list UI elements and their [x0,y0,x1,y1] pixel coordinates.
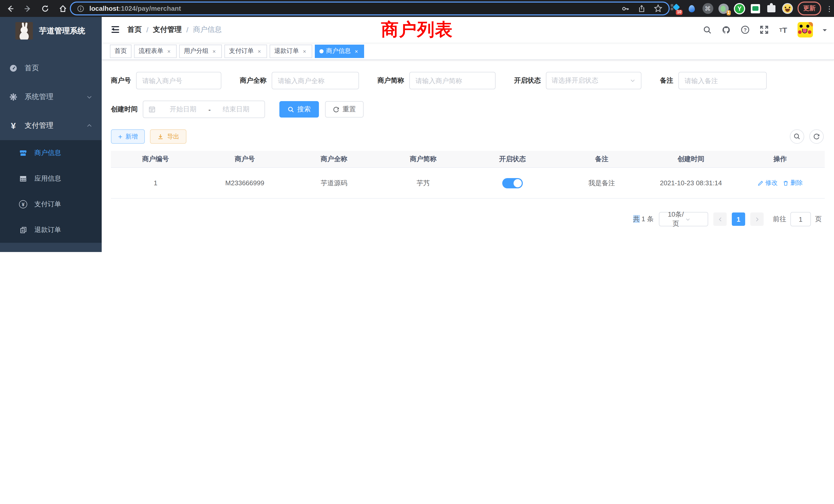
font-size-icon[interactable]: TT [778,25,788,35]
sidebar-item-app-info[interactable]: 应用信息 [0,166,102,191]
delete-link[interactable]: 删除 [783,179,803,187]
breadcrumb-payment[interactable]: 支付管理 [153,25,182,35]
chevron-left-icon [717,216,723,222]
tab-user-group[interactable]: 用户分组× [179,44,222,58]
status-toggle[interactable] [502,178,523,188]
edit-pencil-icon [758,180,764,186]
goto-suffix: 页 [815,214,822,224]
sidebar-item-merchant-info[interactable]: 商户信息 [0,140,102,166]
sidebar-item-system[interactable]: 系统管理 [0,83,102,111]
user-avatar[interactable] [797,22,813,38]
short-name-input[interactable] [409,72,496,89]
tab-process-form[interactable]: 流程表单× [134,44,177,58]
status-select[interactable]: 请选择开启状态 [546,72,641,89]
status-label: 开启状态 [514,76,541,85]
sidebar-collapse-icon[interactable] [110,26,119,33]
tab-home[interactable]: 首页 [110,44,131,58]
cell-remark: 我是备注 [557,178,646,188]
col-header-short-name: 商户简称 [379,155,468,164]
browser-forward-button[interactable] [23,3,33,14]
password-key-icon[interactable] [621,4,630,13]
app-logo[interactable]: 芋道管理系统 [0,17,102,45]
date-range-picker[interactable]: 开始日期 - 结束日期 [143,100,265,118]
goto-page-input[interactable] [790,212,811,226]
merchant-no-label: 商户号 [111,76,131,85]
cell-create-time: 2021-10-23 08:31:14 [646,179,736,187]
pagination-total: 共 1 条 [633,214,654,224]
pagination: 共 1 条 10条/页 1 前往 页 [111,212,825,226]
extension-recorder-icon[interactable]: 1 [718,3,729,14]
browser-menu-icon[interactable]: ⋮ [826,4,830,13]
page-info-icon[interactable] [77,5,84,12]
header-search-icon[interactable] [703,25,712,35]
download-icon [157,133,164,140]
merchant-table: 商户编号 商户号 商户全称 商户简称 开启状态 备注 创建时间 操作 1 M23… [111,151,825,199]
extensions-puzzle-icon[interactable] [766,3,777,14]
breadcrumb-home[interactable]: 首页 [127,25,142,35]
create-time-label: 创建时间 [111,105,138,114]
url-path: :1024/pay/merchant [118,5,181,12]
col-header-create-time: 创建时间 [646,155,736,164]
avatar-caret-icon[interactable] [823,29,827,33]
extension-chat-icon[interactable] [750,3,761,14]
chevron-up-icon [86,123,92,129]
refresh-table-icon[interactable] [809,129,824,144]
export-button[interactable]: 导出 [150,129,186,144]
app-title: 芋道管理系统 [39,26,85,36]
next-page-button[interactable] [750,212,764,226]
sidebar-item-label: 首页 [25,64,39,73]
close-icon[interactable]: × [353,48,359,54]
extension-balloon-icon[interactable] [686,3,697,14]
address-bar[interactable]: localhost:1024/pay/merchant [70,2,670,16]
fullscreen-icon[interactable] [760,25,769,35]
github-icon[interactable] [722,25,731,35]
tab-merchant-info[interactable]: 商户信息× [315,44,364,58]
sidebar-item-label: 商户信息 [35,148,61,158]
page-number-1[interactable]: 1 [732,212,745,226]
chevron-down-icon [86,94,92,100]
cell-actions: 修改 删除 [736,179,825,187]
col-header-status: 开启状态 [468,155,557,164]
full-name-input[interactable] [272,72,359,89]
url-host: localhost [89,5,118,12]
filter-row-2: 创建时间 开始日期 - 结束日期 搜索 重置 [111,100,825,118]
toggle-search-icon[interactable] [790,129,804,144]
close-icon[interactable]: × [256,48,262,54]
reset-button[interactable]: 重置 [325,101,364,117]
remark-input[interactable] [678,72,767,89]
close-icon[interactable]: × [211,48,217,54]
browser-reload-button[interactable] [40,3,50,14]
close-icon[interactable]: × [166,48,172,54]
help-icon[interactable]: ? [741,25,750,35]
bookmark-star-icon[interactable] [654,4,662,13]
shop-icon [19,149,28,157]
extension-gem-icon[interactable]: 10 [670,3,681,14]
sidebar-item-payment[interactable]: ¥ 支付管理 [0,111,102,140]
page-size-select[interactable]: 10条/页 [659,212,708,226]
browser-update-button[interactable]: 更新 [797,2,821,16]
sidebar-item-infra[interactable]: 基础设施 [0,243,102,252]
full-name-label: 商户全称 [240,76,266,85]
close-icon[interactable]: × [302,48,308,54]
cell-id: 1 [111,179,200,187]
main-content: 商户号 商户全称 商户简称 开启状态 请选择开启状态 [102,60,834,252]
sidebar-item-home[interactable]: 首页 [0,54,102,83]
chevron-down-icon [630,77,636,84]
browser-home-button[interactable] [58,3,68,14]
sidebar-item-refund-order[interactable]: 退款订单 [0,217,102,243]
extension-y-icon[interactable]: Y [734,3,745,14]
merchant-no-input[interactable] [136,72,221,89]
sidebar-item-pay-order[interactable]: ¥ 支付订单 [0,191,102,217]
browser-chrome: localhost:1024/pay/merchant 10 ⌘ [0,0,834,17]
profile-avatar[interactable] [782,3,793,14]
edit-link[interactable]: 修改 [758,179,777,187]
extension-command-icon[interactable]: ⌘ [702,3,713,14]
share-icon[interactable] [638,4,645,13]
add-button[interactable]: + 新增 [111,129,145,144]
chevron-down-icon [685,216,704,222]
tab-pay-order[interactable]: 支付订单× [224,44,267,58]
tab-refund-order[interactable]: 退款订单× [270,44,312,58]
prev-page-button[interactable] [713,212,727,226]
browser-back-button[interactable] [5,3,16,14]
search-button[interactable]: 搜索 [279,101,319,117]
